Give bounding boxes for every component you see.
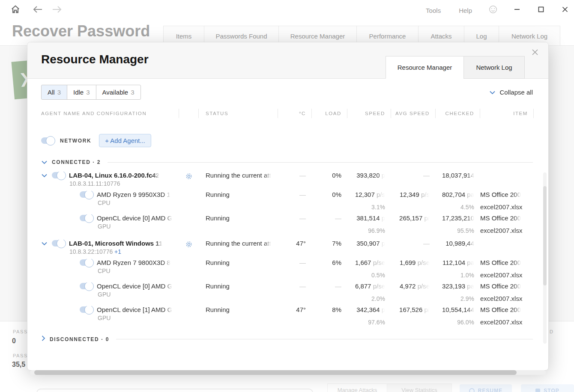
device-toggle[interactable] xyxy=(80,215,93,221)
agent-name: LAB-01, Microsoft Windows 11 xyxy=(69,240,162,247)
device-toggle[interactable] xyxy=(80,306,93,313)
device-row: OpenCL device [0] AMD G GPU Running — — … xyxy=(41,282,533,302)
connected-section-header[interactable]: CONNECTED · 2 xyxy=(41,158,533,166)
feedback-button[interactable] xyxy=(487,5,499,16)
item-file: excel2007.xlsx xyxy=(480,318,534,326)
network-toggle[interactable] xyxy=(41,137,54,144)
device-name: AMD Ryzen 9 9950X3D 1 xyxy=(97,191,170,198)
agent-row: LAB-01, Microsoft Windows 11 10.8.3.22:1… xyxy=(41,240,533,255)
section-divider xyxy=(116,339,533,339)
smiley-icon xyxy=(489,5,497,15)
close-icon xyxy=(531,48,539,58)
filter-available[interactable]: Available 3 xyxy=(96,85,141,100)
checked-percent: 95.5% xyxy=(436,227,474,234)
load-cell: 6% xyxy=(312,259,347,266)
speed-percent: 97.6% xyxy=(347,319,385,326)
back-button[interactable] xyxy=(32,4,44,16)
device-type: GPU xyxy=(98,315,179,321)
minimize-button[interactable] xyxy=(511,5,523,16)
dialog-tab-resource-manager[interactable]: Resource Manager xyxy=(386,56,464,79)
device-toggle[interactable] xyxy=(80,191,93,198)
dialog-close-button[interactable] xyxy=(529,48,541,59)
filter-idle[interactable]: Idle 3 xyxy=(67,85,96,100)
temp-cell: — xyxy=(278,259,312,266)
col-load: LOAD xyxy=(312,107,347,120)
item-cell: MS Office 200 excel2007.xlsx xyxy=(480,191,534,211)
device-toggle[interactable] xyxy=(80,259,93,266)
agent-expand-chevron[interactable] xyxy=(41,172,48,179)
device-type: CPU xyxy=(98,267,179,274)
device-row: OpenCL device [1] AMD G GPU Running 47° … xyxy=(41,306,533,326)
speed-cell: 12,307 p/s 3.1% xyxy=(347,191,391,211)
avg-speed-cell: 12,349 p/s xyxy=(391,191,436,198)
attack-input-box[interactable] xyxy=(36,389,313,392)
load-cell: 0% xyxy=(312,191,347,198)
add-agent-button[interactable]: + Add Agent... xyxy=(99,134,151,147)
filter-all[interactable]: All 3 xyxy=(41,85,67,100)
gear-icon xyxy=(185,240,193,250)
agent-settings-button[interactable] xyxy=(179,240,199,250)
resume-button[interactable]: RESUME xyxy=(460,384,512,392)
vertical-scrollbar[interactable] xyxy=(543,172,547,344)
vertical-scrollbar-thumb[interactable] xyxy=(543,186,547,285)
collapse-all-button[interactable]: Collapse all xyxy=(489,89,533,96)
item-file: excel2007.xlsx xyxy=(480,203,534,211)
item-cell: MS Office 200 excel2007.xlsx xyxy=(480,259,534,279)
agent-expand-chevron[interactable] xyxy=(41,240,48,247)
chevron-right-icon xyxy=(41,335,45,343)
col-speed: SPEED xyxy=(347,107,391,120)
temp-cell: 47° xyxy=(278,306,312,313)
home-icon xyxy=(11,5,20,16)
checked-cell: 10,554,144 96.0% xyxy=(436,306,480,326)
col-checked: CHECKED xyxy=(436,107,480,120)
gear-icon xyxy=(185,172,193,182)
agent-settings-button[interactable] xyxy=(179,172,199,182)
home-button[interactable] xyxy=(9,4,21,16)
item-cell: MS Office 200 excel2007.xlsx xyxy=(480,282,534,302)
speed-percent: 96.9% xyxy=(347,227,385,234)
speed-percent: 0.5% xyxy=(347,272,385,279)
horizontal-scrollbar-thumb[interactable] xyxy=(34,370,517,375)
agent-address: 10.8.3.11.11:10776 xyxy=(69,180,179,187)
disconnected-section-header[interactable]: DISCONNECTED · 0 xyxy=(41,335,533,343)
agent-toggle[interactable] xyxy=(52,240,65,246)
device-row: OpenCL device [0] AMD G GPU Running — — … xyxy=(41,214,533,234)
manage-attacks-tab[interactable]: Manage Attacks xyxy=(327,383,387,392)
device-type: GPU xyxy=(98,291,179,298)
device-toggle[interactable] xyxy=(80,283,93,289)
device-name: OpenCL device [0] AMD G xyxy=(97,282,172,290)
device-status: Running xyxy=(199,191,278,198)
item-file: excel2007.xlsx xyxy=(480,271,534,279)
col-avg-speed: AVG SPEED xyxy=(391,107,436,120)
filter-all-count: 3 xyxy=(57,89,61,96)
col-status: STATUS xyxy=(199,107,278,120)
col-agent-name: AGENT NAME AND CONFIGURATION xyxy=(41,107,179,120)
avg-speed-cell: 167,526 p/ xyxy=(391,306,436,313)
agent-toggle[interactable] xyxy=(52,172,65,178)
menu-tools[interactable]: Tools xyxy=(423,5,443,16)
view-statistics-tab[interactable]: View Statistics xyxy=(387,383,452,392)
minimize-icon xyxy=(514,6,520,15)
item-cell: MS Office 200 excel2007.xlsx xyxy=(480,306,534,326)
stat-label-fragment: D xyxy=(550,329,554,334)
avg-speed-cell: 1,699 p/se xyxy=(391,259,436,266)
device-row: AMD Ryzen 9 9950X3D 1 CPU Running — 0% 1… xyxy=(41,191,533,211)
load-cell: 8% xyxy=(312,306,347,313)
col-settings xyxy=(179,107,199,120)
avg-speed-cell: 265,157 p/ xyxy=(391,214,436,222)
maximize-button[interactable] xyxy=(535,5,547,16)
device-status: Running xyxy=(199,214,278,222)
forward-button[interactable] xyxy=(51,4,63,16)
checked-cell: 18,037,914 xyxy=(436,172,480,179)
chevron-down-icon xyxy=(41,158,48,166)
speed-cell: 381,514 p 96.9% xyxy=(347,214,391,234)
table-header-row: AGENT NAME AND CONFIGURATION STATUS °C L… xyxy=(41,107,533,120)
menu-help[interactable]: Help xyxy=(456,5,475,16)
chevron-down-icon xyxy=(489,89,496,96)
stop-button[interactable]: STOP xyxy=(521,384,574,392)
speed-percent: 2.0% xyxy=(347,295,385,302)
agent-address-extra[interactable]: +1 xyxy=(114,248,121,255)
dialog-tab-network-log[interactable]: Network Log xyxy=(463,56,525,79)
close-window-button[interactable] xyxy=(559,5,571,16)
horizontal-scrollbar[interactable] xyxy=(30,370,546,375)
